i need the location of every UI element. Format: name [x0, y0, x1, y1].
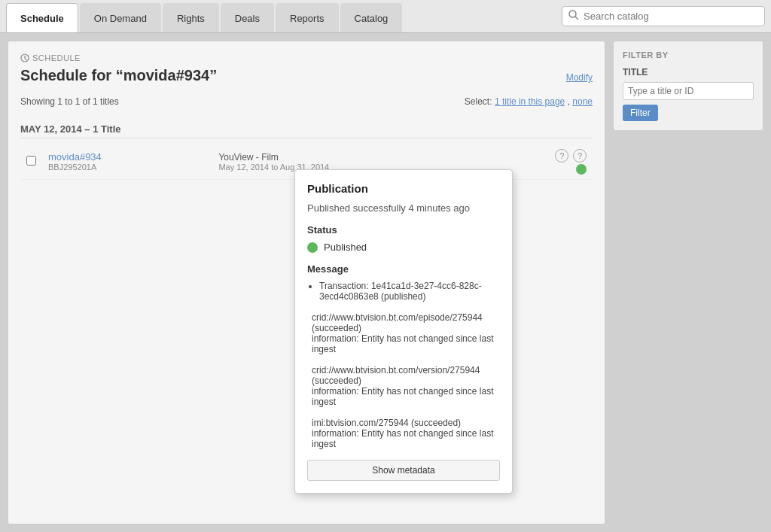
title-row: Schedule for “movida#934” Modify — [20, 67, 593, 89]
modify-link[interactable]: Modify — [566, 72, 593, 83]
select-this-page-link[interactable]: 1 title in this page — [495, 96, 565, 107]
showing-text: Showing 1 to 1 of 1 titles — [20, 96, 119, 107]
row-checkbox-cell — [20, 144, 42, 179]
filter-title-label: TITLE — [623, 67, 754, 78]
tab-schedule[interactable]: Schedule — [6, 3, 78, 32]
schedule-label: SCHEDULE — [20, 53, 593, 62]
tab-deals[interactable]: Deals — [221, 3, 274, 32]
popup-messages: Transaction: 1e41ca1d-3e27-4cc6-828c-3ec… — [307, 281, 500, 302]
popup-status-section-label: Status — [307, 224, 500, 236]
select-none-link[interactable]: none — [572, 96, 593, 107]
help-icon-1[interactable]: ? — [555, 149, 568, 163]
date-group-header: MAY 12, 2014 – 1 Title — [20, 123, 593, 138]
tab-on-demand[interactable]: On Demand — [80, 3, 161, 32]
search-icon — [568, 10, 579, 23]
search-box — [562, 6, 765, 26]
top-nav: Schedule On Demand Rights Deals Reports … — [0, 0, 771, 33]
svg-point-0 — [569, 11, 576, 17]
row-checkbox[interactable] — [26, 156, 36, 166]
popup-message-blocks: crid://www.btvision.bt.com/episode/27594… — [307, 312, 500, 449]
filter-by-label: FILTER BY — [623, 50, 754, 59]
message-block-3: imi:btvision.com/275944 (succeeded) info… — [312, 418, 500, 449]
filter-button[interactable]: Filter — [623, 105, 658, 121]
search-input[interactable] — [584, 11, 758, 22]
popup-status-text: Published — [324, 242, 367, 253]
filter-title-input[interactable] — [623, 82, 754, 100]
message-block-2: crid://www.btvision.bt.com/version/27594… — [312, 365, 500, 407]
popup-status-dot — [307, 242, 318, 253]
popup-message-label: Message — [307, 263, 500, 275]
filter-panel: FILTER BY TITLE Filter — [613, 41, 763, 131]
page-title: Schedule for “movida#934” — [20, 67, 217, 84]
showing-row: Showing 1 to 1 of 1 titles Select: 1 tit… — [20, 96, 593, 116]
icons-cell: ? ? — [532, 144, 593, 179]
help-icon-2[interactable]: ? — [573, 149, 587, 163]
svg-line-4 — [25, 59, 26, 60]
title-cell: movida#934 BBJ295201A — [42, 144, 212, 179]
title-link[interactable]: movida#934 — [48, 151, 102, 163]
search-area — [562, 0, 765, 32]
popup-published-msg: Published successfully 4 minutes ago — [307, 202, 500, 214]
svg-line-1 — [575, 17, 578, 20]
content-panel: SCHEDULE Schedule for “movida#934” Modif… — [8, 41, 605, 524]
select-area: Select: 1 title in this page , none — [465, 96, 593, 107]
status-dot[interactable] — [576, 164, 587, 175]
popup-status-row: Published — [307, 242, 500, 253]
message-block-1: crid://www.btvision.bt.com/episode/27594… — [312, 312, 500, 354]
tab-reports[interactable]: Reports — [276, 3, 339, 32]
popup-title: Publication — [307, 182, 500, 195]
publication-popup: Publication Published successfully 4 min… — [294, 169, 513, 494]
main-area: SCHEDULE Schedule for “movida#934” Modif… — [0, 33, 771, 532]
service-name: YouView - Film — [218, 152, 526, 163]
tab-catalog[interactable]: Catalog — [340, 3, 403, 32]
tab-rights[interactable]: Rights — [163, 3, 219, 32]
message-transaction: Transaction: 1e41ca1d-3e27-4cc6-828c-3ec… — [319, 281, 500, 302]
show-metadata-button[interactable]: Show metadata — [307, 460, 500, 481]
sub-id: BBJ295201A — [48, 163, 206, 172]
